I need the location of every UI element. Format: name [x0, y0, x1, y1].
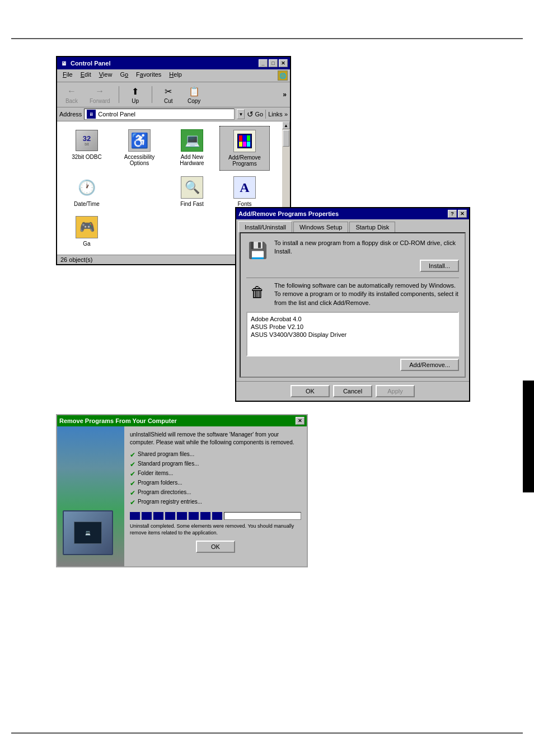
remove-dialog-body: 💻 unInstallShield will remove the softwa…: [57, 426, 307, 566]
status-text: 26 object(s): [60, 256, 92, 263]
ie-icon: 🌐: [278, 71, 288, 81]
address-bar: Address 🖥 Control Panel ▼ ↺ Go Links »: [57, 107, 290, 121]
check-icon-3: ✔: [130, 470, 135, 478]
cp-item-add-remove[interactable]: Add/Remove Programs: [219, 126, 270, 171]
cp-icon-accessibility: ♿: [128, 129, 151, 152]
tab-windows-setup[interactable]: Windows Setup: [293, 222, 348, 232]
progress-bar: [130, 512, 301, 520]
progress-block-6: [189, 512, 199, 520]
scroll-up-arrow[interactable]: ▲: [282, 121, 290, 129]
menu-view[interactable]: View: [96, 71, 116, 81]
tab-startup-disk[interactable]: Startup Disk: [349, 222, 395, 232]
check-icon-1: ✔: [130, 451, 135, 459]
address-links[interactable]: Links »: [268, 111, 288, 118]
addremove-help-button[interactable]: ?: [448, 210, 457, 218]
programs-list[interactable]: Adobe Acrobat 4.0 ASUS Probe V2.10 ASUS …: [246, 312, 459, 356]
cp-label-findfast: Find Fast: [180, 201, 204, 207]
address-bar-icon: 🖥: [87, 110, 96, 119]
install-button[interactable]: Install...: [420, 260, 459, 272]
address-dropdown[interactable]: ▼: [237, 109, 245, 119]
checklist-item-6: ✔ Program registry entries...: [130, 499, 301, 506]
up-icon: ⬆: [129, 85, 142, 97]
check-icon-2: ✔: [130, 461, 135, 468]
program-item-1[interactable]: Adobe Acrobat 4.0: [250, 315, 456, 323]
remove-icon: 🗑: [246, 281, 269, 304]
cp-label-add-hardware: Add New Hardware: [169, 154, 215, 166]
menu-bar: File Edit View Go Favorites Help 🌐: [57, 69, 290, 82]
remove-dialog-titlebar: Remove Programs From Your Computer ✕: [57, 415, 307, 426]
address-separator: [265, 110, 266, 119]
program-item-3[interactable]: ASUS V3400/V3800 Display Driver: [250, 331, 456, 339]
cp-icon-add-hardware: 💻: [181, 129, 203, 152]
addremove-btn-row: Add/Remove...: [246, 359, 459, 371]
tab-install-uninstall[interactable]: Install/Uninstall: [238, 221, 292, 232]
progress-input: [224, 512, 301, 520]
toolbar-separator-1: [119, 86, 119, 103]
menu-edit[interactable]: Edit: [77, 71, 95, 81]
remove-dialog-image: 💻: [57, 426, 124, 566]
address-value[interactable]: 🖥 Control Panel: [84, 109, 235, 120]
copy-icon: 📋: [188, 85, 200, 97]
completion-text: Uninstall completed. Some elements were …: [130, 523, 301, 536]
remove-description: unInstallShield will remove the software…: [130, 431, 301, 447]
minimize-button[interactable]: _: [259, 59, 268, 67]
section-divider: [246, 278, 459, 278]
progress-block-7: [200, 512, 210, 520]
cp-icon-datetime: 🕐: [76, 176, 98, 199]
ok-button[interactable]: OK: [291, 385, 330, 397]
forward-button[interactable]: → Forward: [86, 84, 114, 105]
copy-button[interactable]: 📋 Copy: [183, 84, 205, 105]
menu-file[interactable]: File: [59, 71, 76, 81]
cp-icon-games: 🎮: [76, 216, 98, 238]
remove-dialog-close[interactable]: ✕: [296, 417, 305, 425]
pc-illustration: 💻: [63, 510, 113, 555]
progress-block-8: [212, 512, 222, 520]
apply-button[interactable]: Apply: [376, 385, 415, 397]
remove-ok-row: OK: [130, 541, 301, 553]
cut-icon: ✂: [162, 85, 175, 97]
cp-label-games: Ga: [83, 241, 90, 247]
cp-icon-32bit-odbc: 32 bit: [76, 129, 98, 152]
cancel-button[interactable]: Cancel: [333, 385, 372, 397]
cp-item-32bit-odbc[interactable]: 32 bit 32bit ODBC: [62, 126, 112, 171]
maximize-button[interactable]: □: [269, 59, 278, 67]
cp-item-games[interactable]: 🎮 Ga: [62, 213, 112, 250]
addremove-dialog: Add/Remove Programs Properties ? ✕ Insta…: [235, 207, 470, 402]
progress-block-3: [153, 512, 163, 520]
addremove-titlebar: Add/Remove Programs Properties ? ✕: [236, 208, 469, 219]
cp-item-findfast[interactable]: 🔍 Find Fast: [167, 173, 217, 210]
bottom-rule: [11, 732, 523, 734]
cp-item-fonts[interactable]: A Fonts: [219, 173, 270, 210]
dialog-main-content: 💾 To install a new program from a floppy…: [240, 232, 466, 378]
addremove-action-button[interactable]: Add/Remove...: [400, 359, 459, 371]
address-go-button[interactable]: ↺ Go: [247, 110, 263, 119]
dialog-footer: OK Cancel Apply: [236, 381, 469, 401]
close-button[interactable]: ✕: [279, 59, 288, 67]
cut-button[interactable]: ✂ Cut: [157, 84, 180, 105]
menu-help[interactable]: Help: [166, 71, 185, 81]
cp-label-datetime: Date/Time: [74, 201, 100, 207]
menu-go[interactable]: Go: [116, 71, 132, 81]
cp-item-accessibility[interactable]: ♿ Accessibility Options: [114, 126, 165, 171]
up-button[interactable]: ⬆ Up: [124, 84, 147, 105]
cp-item-datetime[interactable]: 🕐 Date/Time: [62, 173, 112, 210]
cp-label-accessibility: Accessibility Options: [116, 154, 162, 166]
remove-ok-button[interactable]: OK: [196, 541, 235, 553]
remove-description: The following software can be automatica…: [274, 281, 459, 307]
remove-dialog-right: unInstallShield will remove the software…: [124, 426, 307, 566]
program-item-2[interactable]: ASUS Probe V2.10: [250, 323, 456, 331]
addremove-close-button[interactable]: ✕: [458, 210, 467, 218]
check-icon-5: ✔: [130, 489, 135, 497]
toolbar-more[interactable]: »: [283, 91, 287, 98]
checklist-item-1: ✔ Shared program files...: [130, 451, 301, 459]
cp-label-32bit-odbc: 32bit ODBC: [72, 154, 101, 160]
dialog-tabs: Install/Uninstall Windows Setup Startup …: [236, 219, 469, 232]
checklist-item-4: ✔ Program folders...: [130, 480, 301, 487]
cp-item-add-hardware[interactable]: 💻 Add New Hardware: [167, 126, 217, 171]
back-button[interactable]: ← Back: [60, 84, 83, 105]
scroll-thumb[interactable]: [283, 130, 289, 147]
cp-icon-fonts: A: [233, 176, 256, 199]
menu-favorites[interactable]: Favorites: [133, 71, 165, 81]
address-label: Address: [59, 111, 82, 118]
checklist: ✔ Shared program files... ✔ Standard pro…: [130, 451, 301, 506]
